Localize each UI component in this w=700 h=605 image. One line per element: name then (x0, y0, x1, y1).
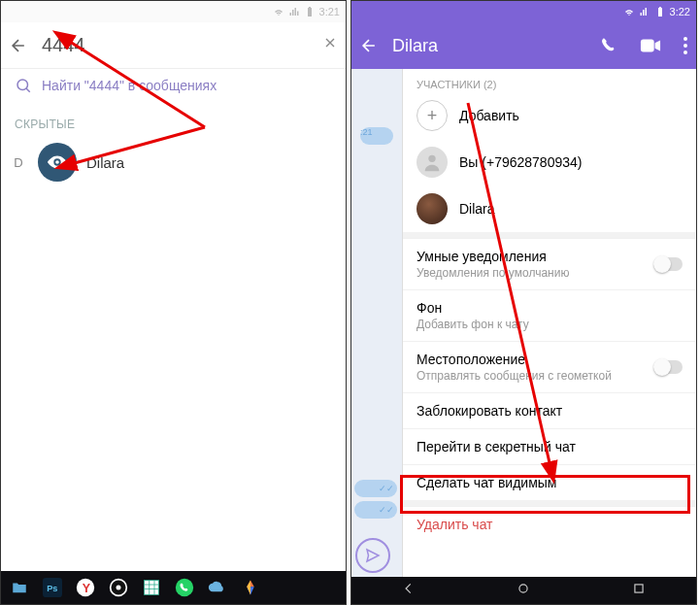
add-label: Добавить (459, 108, 683, 123)
bg-time-stub: ✓✓ (354, 480, 397, 497)
search-header: 4444 (1, 22, 346, 69)
taskbar-app-cloud[interactable] (203, 574, 232, 601)
hidden-contact-row[interactable]: D Dilara (1, 135, 346, 189)
plus-icon: + (417, 100, 448, 131)
taskbar-app-folder[interactable] (5, 574, 34, 601)
signal-icon (639, 6, 650, 17)
setting-subtitle: Отправлять сообщения с геометкой (417, 369, 653, 383)
background-row[interactable]: Фон Добавить фон к чату (403, 289, 696, 341)
search-in-messages-row[interactable]: Найти "4444" в сообщениях (1, 69, 346, 102)
setting-subtitle: Добавить фон к чату (417, 318, 683, 331)
nav-back-icon[interactable] (402, 582, 416, 599)
search-icon (15, 77, 32, 94)
clear-button[interactable] (322, 35, 338, 55)
hidden-section-label: СКРЫТЫЕ (1, 102, 346, 135)
svg-point-12 (683, 37, 687, 41)
video-button[interactable] (640, 38, 661, 53)
svg-text:Ps: Ps (47, 584, 57, 593)
svg-rect-18 (635, 585, 643, 592)
add-participant-row[interactable]: + Добавить (403, 92, 696, 139)
avatar-placeholder-icon (417, 147, 448, 178)
setting-title: Умные уведомления (417, 249, 547, 264)
back-button[interactable] (359, 36, 379, 55)
setting-title: Фон (417, 300, 442, 316)
call-button[interactable] (599, 36, 618, 55)
setting-title: Местоположение (417, 352, 525, 367)
hidden-eye-icon (38, 143, 77, 182)
svg-point-10 (176, 579, 193, 596)
delete-chat-row[interactable]: Удалить чат (403, 506, 696, 542)
location-row[interactable]: Местоположение Отправлять сообщения с ге… (403, 341, 696, 392)
svg-point-17 (519, 585, 527, 592)
status-time: 3:22 (670, 6, 690, 17)
signal-icon (288, 6, 300, 17)
svg-point-8 (117, 586, 121, 590)
screen-search: 3:21 4444 Найти "4444" в сообщениях СКРЫ… (0, 0, 347, 605)
toggle-switch[interactable] (653, 360, 683, 374)
bg-time-stub: :21 (360, 127, 393, 145)
taskbar-app-whatsapp[interactable] (170, 574, 199, 601)
svg-rect-9 (145, 581, 159, 595)
battery-icon (654, 6, 666, 17)
chat-background-strip: :21 ✓✓ ✓✓ (351, 69, 402, 577)
svg-point-15 (428, 155, 435, 162)
make-visible-row[interactable]: Сделать чат видимым (403, 464, 696, 500)
back-button[interactable] (9, 36, 28, 55)
status-bar: 3:21 (1, 1, 346, 22)
setting-title: Перейти в секретный чат (417, 439, 683, 454)
wifi-icon (623, 6, 635, 17)
contact-letter: D (9, 155, 28, 170)
svg-point-14 (683, 50, 687, 54)
avatar (38, 143, 77, 182)
setting-subtitle: Уведомления по умолчанию (417, 266, 653, 280)
participant-name: Dilara (459, 201, 683, 217)
svg-point-13 (683, 44, 687, 48)
taskbar: Ps Y (1, 571, 346, 604)
search-hint-text: Найти "4444" в сообщениях (42, 78, 217, 93)
setting-title: Заблокировать контакт (417, 403, 683, 419)
participant-me-label: Вы (+79628780934) (459, 154, 683, 170)
chat-title: Dilara (392, 36, 578, 56)
participant-me[interactable]: Вы (+79628780934) (403, 139, 696, 185)
participants-title: УЧАСТНИКИ (2) (403, 69, 696, 92)
bg-time-stub: ✓✓ (354, 501, 397, 519)
svg-point-0 (17, 80, 28, 90)
search-query-input[interactable]: 4444 (42, 34, 309, 56)
contact-name: Dilara (86, 154, 124, 171)
taskbar-app-circle[interactable] (104, 574, 133, 601)
status-time: 3:21 (319, 6, 340, 17)
compose-stub[interactable] (355, 538, 390, 573)
more-button[interactable] (683, 36, 688, 55)
taskbar-app-yandex[interactable]: Y (71, 574, 100, 601)
screen-chat-info: 3:22 Dilara :21 ✓✓ ✓✓ УЧАСТНИКИ ( (350, 0, 697, 605)
setting-title: Удалить чат (417, 517, 683, 532)
wifi-icon (273, 6, 284, 17)
svg-rect-11 (641, 40, 654, 52)
taskbar-app-colors[interactable] (236, 574, 265, 601)
chat-header: Dilara (351, 22, 696, 69)
status-bar: 3:22 (351, 1, 696, 22)
chat-info-body: :21 ✓✓ ✓✓ УЧАСТНИКИ (2) + Добавить Вы (+… (351, 69, 696, 577)
participant-contact[interactable]: Dilara (403, 185, 696, 232)
nav-home-icon[interactable] (517, 582, 530, 599)
svg-text:Y: Y (83, 582, 91, 595)
avatar (417, 193, 448, 224)
toggle-switch[interactable] (653, 257, 683, 271)
secret-chat-row[interactable]: Перейти в секретный чат (403, 428, 696, 464)
taskbar-app-sheets[interactable] (137, 574, 166, 601)
battery-icon (304, 6, 316, 17)
taskbar-app-photoshop[interactable]: Ps (38, 574, 67, 601)
smart-notifications-row[interactable]: Умные уведомления Уведомления по умолчан… (403, 238, 696, 289)
chat-info-panel: УЧАСТНИКИ (2) + Добавить Вы (+7962878093… (402, 69, 696, 577)
nav-recent-icon[interactable] (632, 582, 646, 599)
setting-title: Сделать чат видимым (417, 475, 683, 490)
android-nav-bar (351, 577, 696, 604)
block-contact-row[interactable]: Заблокировать контакт (403, 392, 696, 428)
